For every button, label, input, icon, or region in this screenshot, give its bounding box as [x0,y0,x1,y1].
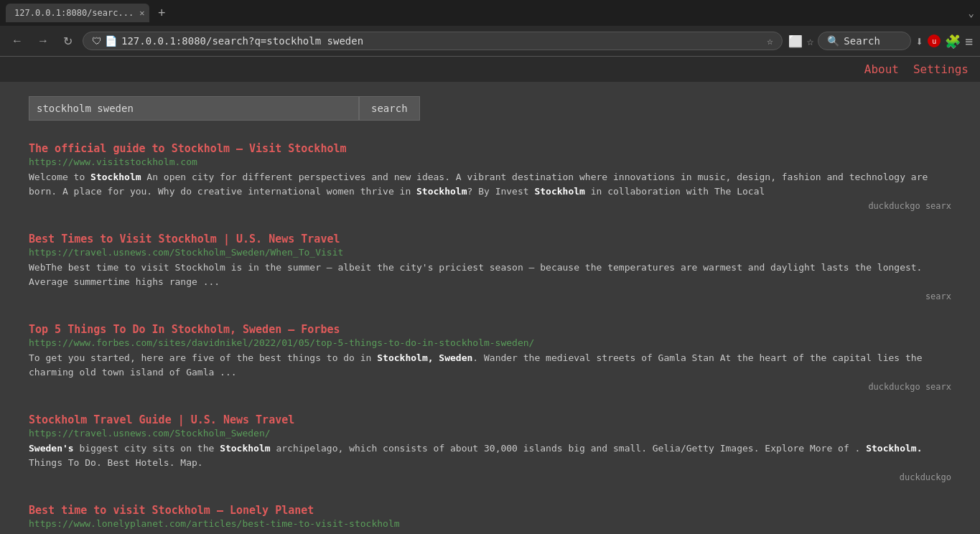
source-link-duckduckgo[interactable]: duckduckgo [868,201,920,211]
result-url[interactable]: https://www.forbes.com/sites/davidnikel/… [29,337,951,348]
bookmark-icon[interactable]: ☆ [767,35,773,47]
reload-button[interactable]: ↻ [59,32,77,51]
result-sources: duckduckgo searx [29,382,951,392]
result-title[interactable]: Stockholm Travel Guide | U.S. News Trave… [29,413,951,426]
result-title[interactable]: Top 5 Things To Do In Stockholm, Sweden … [29,323,951,336]
result-url[interactable]: https://travel.usnews.com/Stockholm_Swed… [29,428,951,439]
forward-button[interactable]: → [33,32,53,50]
nav-right-icons: ⬜ ☆ 🔍 Search ⬇ u 🧩 ≡ [788,32,973,50]
back-button[interactable]: ← [7,32,27,50]
extensions-icon[interactable]: 🧩 [945,34,961,49]
app-header: About Settings [0,57,980,82]
result-item: Top 5 Things To Do In Stockholm, Sweden … [29,323,951,392]
browser-chrome: 127.0.0.1:8080/searc... ✕ + ⌄ ← → ↻ 🛡 📄 … [0,0,980,57]
settings-link[interactable]: Settings [913,62,969,76]
nav-bar: ← → ↻ 🛡 📄 ☆ ⬜ ☆ 🔍 Search ⬇ u 🧩 ≡ [0,26,980,56]
download-icon[interactable]: ⬇ [915,34,923,49]
browser-search-label: Search [844,35,880,47]
reader-icon[interactable]: ⬜ [788,34,803,48]
result-sources: duckduckgo searx [29,201,951,211]
tab-bar: 127.0.0.1:8080/searc... ✕ + ⌄ [0,0,980,26]
address-bar[interactable] [121,35,762,47]
search-icon: 🔍 [827,35,839,47]
search-input[interactable] [29,96,359,121]
result-snippet: Welcome to Stockholm An open city for di… [29,170,951,198]
result-url[interactable]: https://travel.usnews.com/Stockholm_Swed… [29,247,951,258]
bookmark-star-icon[interactable]: ☆ [807,34,814,48]
result-title[interactable]: Best time to visit Stockholm – Lonely Pl… [29,504,951,517]
menu-icon[interactable]: ≡ [965,34,973,49]
ublock-icon[interactable]: u [928,34,941,47]
result-url[interactable]: https://www.visitstockholm.com [29,156,951,167]
search-button[interactable]: search [359,96,420,121]
tab-title: 127.0.0.1:8080/searc... [14,8,134,18]
tab-close-button[interactable]: ✕ [139,8,144,18]
result-url[interactable]: https://www.lonelyplanet.com/articles/be… [29,518,951,529]
search-form: search [29,96,951,121]
result-snippet: Sweden's biggest city sits on the Stockh… [29,441,951,469]
result-sources: searx [29,291,951,301]
source-link-searx[interactable]: searx [925,201,951,211]
address-bar-icons: 🛡 📄 [92,35,117,47]
result-snippet: To get you started, here are five of the… [29,351,951,379]
result-item: Best time to visit Stockholm – Lonely Pl… [29,504,951,534]
source-link-searx[interactable]: searx [925,382,951,392]
result-title[interactable]: Best Times to Visit Stockholm | U.S. New… [29,233,951,245]
result-item: The official guide to Stockholm – Visit … [29,142,951,211]
search-results: The official guide to Stockholm – Visit … [29,142,951,534]
source-link-duckduckgo[interactable]: duckduckgo [868,382,920,392]
shield-icon: 🛡 [92,35,102,47]
source-link-searx[interactable]: searx [925,291,951,301]
source-link-duckduckgo[interactable]: duckduckgo [900,472,951,482]
new-tab-button[interactable]: + [154,6,170,21]
active-tab[interactable]: 127.0.0.1:8080/searc... ✕ [6,4,149,22]
tab-collapse-button[interactable]: ⌄ [969,7,974,19]
result-snippet: WebThe best time to visit Stockholm is i… [29,261,951,289]
about-link[interactable]: About [864,62,899,76]
address-bar-container[interactable]: 🛡 📄 ☆ [83,32,783,50]
page-icon: 📄 [105,35,117,47]
result-item: Best Times to Visit Stockholm | U.S. New… [29,233,951,301]
result-sources: duckduckgo [29,472,951,482]
result-title[interactable]: The official guide to Stockholm – Visit … [29,142,951,155]
result-item: Stockholm Travel Guide | U.S. News Trave… [29,413,951,482]
page-content: search The official guide to Stockholm –… [0,82,980,534]
browser-search-box[interactable]: 🔍 Search [818,32,911,50]
